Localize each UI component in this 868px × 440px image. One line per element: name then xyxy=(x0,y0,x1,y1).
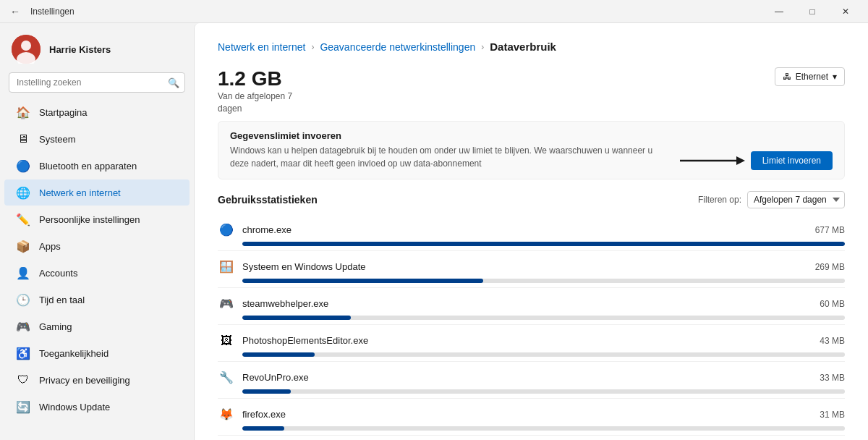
sidebar-item-apps[interactable]: 📦 Apps xyxy=(4,233,190,259)
nav-label-gaming: Gaming xyxy=(39,321,72,332)
network-selector-button[interactable]: 🖧 Ethernet ▾ xyxy=(775,67,845,86)
nav-label-bluetooth: Bluetooth en apparaten xyxy=(39,161,137,172)
app-row-top: 🔧 RevoUnPro.exe 33 MB xyxy=(218,369,845,386)
app-icon: 🦊 xyxy=(218,406,235,423)
filter-select[interactable]: Afgelopen 7 dagen xyxy=(747,191,845,208)
nav-icon-update: 🔄 xyxy=(16,399,30,414)
app-size: 269 MB xyxy=(801,262,845,272)
app-name: PhotoshopElementsEditor.exe xyxy=(242,335,794,346)
app-name: chrome.exe xyxy=(242,224,794,235)
app-size: 677 MB xyxy=(801,225,845,235)
sidebar-item-persoonlijk[interactable]: ✏️ Persoonlijke instellingen xyxy=(4,206,190,232)
app-row: 🎮 steamwebhelper.exe 60 MB xyxy=(218,291,845,325)
limiet-invoeren-button[interactable]: Limiet invoeren xyxy=(751,151,833,170)
sidebar-item-systeem[interactable]: 🖥 Systeem xyxy=(4,126,190,152)
app-row-top: 🎮 steamwebhelper.exe 60 MB xyxy=(218,295,845,313)
close-button[interactable]: ✕ xyxy=(829,0,862,23)
nav-label-update: Windows Update xyxy=(39,402,110,412)
stats-title: Gebruiksstatistieken xyxy=(218,194,318,206)
search-box[interactable]: 🔍 xyxy=(9,72,185,93)
breadcrumb-part1[interactable]: Netwerk en internet xyxy=(218,41,305,53)
nav-icon-netwerk: 🌐 xyxy=(16,185,30,200)
sidebar-item-privacy[interactable]: 🛡 Privacy en beveiliging xyxy=(4,367,190,393)
nav-label-tijd: Tijd en taal xyxy=(39,295,85,305)
avatar xyxy=(12,35,41,64)
back-button[interactable]: ← xyxy=(6,4,25,19)
window-controls: — □ ✕ xyxy=(762,0,862,23)
app-icon: 🪟 xyxy=(218,258,235,276)
main-content: Netwerk en internet › Geavanceerde netwe… xyxy=(194,23,868,440)
user-section: Harrie Kisters xyxy=(0,23,194,69)
app-row: 🪟 Systeem en Windows Update 269 MB xyxy=(218,254,845,288)
bar-container xyxy=(242,389,845,394)
app-name: firefox.exe xyxy=(242,409,794,420)
nav-label-systeem: Systeem xyxy=(39,134,76,145)
chevron-down-icon: ▾ xyxy=(833,72,837,82)
app-row-top: 🦊 firefox.exe 31 MB xyxy=(218,406,845,423)
sidebar-item-toegankelijkheid[interactable]: ♿ Toegankelijkheid xyxy=(4,340,190,366)
app-row-top: 🪟 Systeem en Windows Update 269 MB xyxy=(218,258,845,276)
network-selector-label: Ethernet xyxy=(796,72,828,82)
maximize-button[interactable]: □ xyxy=(796,0,829,23)
app-row: 🦊 firefox.exe 31 MB xyxy=(218,402,845,436)
search-input[interactable] xyxy=(9,72,185,93)
nav-label-toegankelijkheid: Toegankelijkheid xyxy=(39,348,109,359)
app-list: 🔵 chrome.exe 677 MB 🪟 Systeem en Windows… xyxy=(218,217,845,436)
bar-container xyxy=(242,352,845,357)
bar-fill xyxy=(242,242,845,246)
nav-icon-gaming: 🎮 xyxy=(16,319,30,334)
nav-icon-systeem: 🖥 xyxy=(16,132,30,146)
data-subtitle: Van de afgelopen 7 dagen xyxy=(218,90,292,115)
data-amount-section: 1.2 GB Van de afgelopen 7 dagen xyxy=(218,67,292,115)
data-amount-value: 1.2 GB xyxy=(218,67,292,90)
bar-fill xyxy=(242,279,483,283)
nav-icon-apps: 📦 xyxy=(16,239,30,253)
nav-icon-accounts: 👤 xyxy=(16,266,30,280)
titlebar: ← Instellingen — □ ✕ xyxy=(0,0,868,23)
app-size: 43 MB xyxy=(801,336,845,346)
sidebar-item-update[interactable]: 🔄 Windows Update xyxy=(4,394,190,420)
sidebar-item-accounts[interactable]: 👤 Accounts xyxy=(4,260,190,286)
limit-desc: Windows kan u helpen datagebruik bij te … xyxy=(230,144,664,170)
titlebar-left: ← Instellingen xyxy=(6,4,75,19)
app-icon: 🔧 xyxy=(218,369,235,386)
sidebar-item-bluetooth[interactable]: 🔵 Bluetooth en apparaten xyxy=(4,153,190,179)
breadcrumb-part2[interactable]: Geavanceerde netwerkinstellingen xyxy=(320,41,475,53)
nav-icon-bluetooth: 🔵 xyxy=(16,158,30,173)
bar-container xyxy=(242,242,845,246)
minimize-button[interactable]: — xyxy=(762,0,796,23)
main-layout: Harrie Kisters 🔍 🏠 Startpagina 🖥 Systeem… xyxy=(0,23,868,440)
sidebar-item-gaming[interactable]: 🎮 Gaming xyxy=(4,313,190,339)
svg-point-1 xyxy=(21,41,31,51)
stats-header: Gebruiksstatistieken Filteren op: Afgelo… xyxy=(218,191,845,208)
search-icon: 🔍 xyxy=(168,77,179,88)
app-name: Systeem en Windows Update xyxy=(242,261,794,272)
bar-fill xyxy=(242,389,291,394)
breadcrumb: Netwerk en internet › Geavanceerde netwe… xyxy=(218,41,845,53)
svg-marker-4 xyxy=(736,156,745,165)
app-row-top: 🖼 PhotoshopElementsEditor.exe 43 MB xyxy=(218,332,845,350)
nav-icon-privacy: 🛡 xyxy=(16,373,30,387)
nav-label-persoonlijk: Persoonlijke instellingen xyxy=(39,214,140,225)
nav-list: 🏠 Startpagina 🖥 Systeem 🔵 Bluetooth en a… xyxy=(0,98,194,420)
nav-label-netwerk: Netwerk en internet xyxy=(39,187,121,198)
app-icon: 🎮 xyxy=(218,295,235,313)
app-row: 🖼 PhotoshopElementsEditor.exe 43 MB xyxy=(218,328,845,362)
app-icon: 🔵 xyxy=(218,221,235,239)
sidebar-item-netwerk[interactable]: 🌐 Netwerk en internet xyxy=(4,179,190,206)
nav-icon-persoonlijk: ✏️ xyxy=(16,212,30,227)
app-size: 31 MB xyxy=(801,410,845,420)
sidebar-item-startpagina[interactable]: 🏠 Startpagina xyxy=(4,99,190,125)
limit-title: Gegevenslimiet invoeren xyxy=(230,130,668,141)
app-name: steamwebhelper.exe xyxy=(242,298,794,309)
app-name: RevoUnPro.exe xyxy=(242,372,794,383)
app-size: 60 MB xyxy=(801,299,845,309)
sidebar: Harrie Kisters 🔍 🏠 Startpagina 🖥 Systeem… xyxy=(0,23,194,440)
app-size: 33 MB xyxy=(801,373,845,383)
nav-label-startpagina: Startpagina xyxy=(39,107,88,118)
filter-label: Filteren op: xyxy=(698,195,741,205)
nav-label-accounts: Accounts xyxy=(39,268,77,279)
sidebar-item-tijd[interactable]: 🕒 Tijd en taal xyxy=(4,287,190,313)
app-row: 🔧 RevoUnPro.exe 33 MB xyxy=(218,365,845,399)
nav-label-apps: Apps xyxy=(39,241,61,252)
